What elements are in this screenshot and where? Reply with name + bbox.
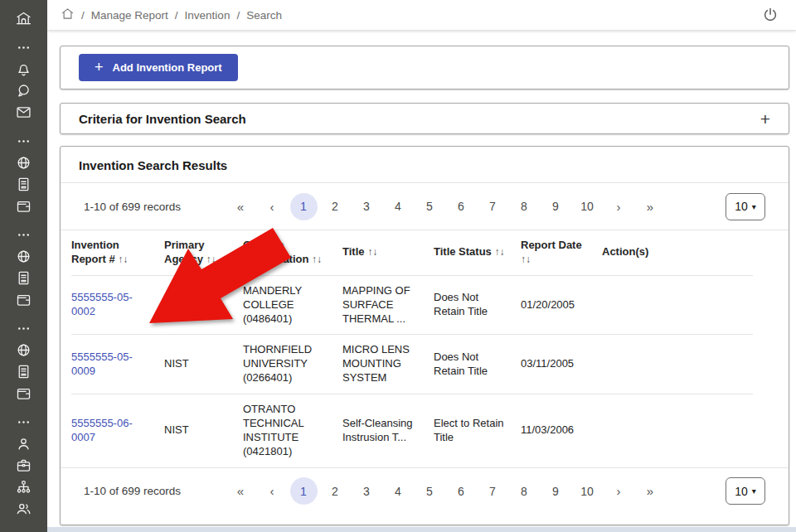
add-invention-report-button[interactable]: + Add Invention Report [79,54,238,81]
sidebar-item[interactable] [0,433,47,454]
breadcrumb-item[interactable]: Search [246,9,282,22]
page-number-button[interactable]: 6 [448,193,475,220]
people-icon [15,500,32,517]
records-summary: 1-10 of 699 records [84,485,225,497]
title-status-cell: Does Not Retain Title [434,275,521,335]
column-header[interactable]: Report Date ↑↓ [521,230,602,275]
sidebar-item[interactable] [0,339,47,360]
prev-page-button[interactable]: ‹ [259,477,286,505]
criteria-panel[interactable]: Criteria for Invention Search + [60,103,789,134]
ellipsis-icon [15,226,32,244]
sidebar-item[interactable] [0,245,47,267]
page-number-button[interactable]: 6 [448,477,475,505]
page-size-select[interactable]: 10 ▾ [726,193,765,220]
report-date-cell: 01/20/2005 [521,275,602,335]
sidebar-item[interactable] [0,360,47,382]
first-page-button[interactable]: « [227,477,255,505]
sidebar-item[interactable] [0,476,47,497]
column-header[interactable]: Title Status ↑↓ [434,230,521,275]
page-number-button[interactable]: 9 [542,193,570,220]
document-icon [15,363,32,380]
page-number-button[interactable]: 10 [574,193,601,220]
invention-report-cell: 5555555-06-0007 [71,394,164,467]
title-status-cell: Elect to Retain Title [434,394,521,467]
add-button-label: Add Invention Report [113,61,222,74]
page-number-button[interactable]: 7 [479,193,507,220]
briefcase-icon [15,457,32,474]
sidebar-item[interactable] [0,152,47,173]
sidebar-item[interactable] [0,36,47,58]
sidebar-item[interactable] [0,173,47,195]
grantee-organization-cell: THORNFIELD UNIVERSITY (0266401) [243,335,342,394]
sidebar-item[interactable] [0,317,47,339]
prev-page-button[interactable]: ‹ [259,193,286,220]
page-number-button[interactable]: 4 [385,477,412,505]
page-number-button[interactable]: 10 [574,477,601,505]
home-icon[interactable] [61,7,75,23]
sidebar-item[interactable] [0,224,47,245]
page-number-button[interactable]: 9 [542,477,570,505]
sidebar-item[interactable] [0,382,47,404]
grantee-organization-cell: OTRANTO TECHNICAL INSTITUTE (0421801) [243,394,342,467]
page-number-button[interactable]: 5 [416,477,444,505]
breadcrumb-separator: / [175,9,178,22]
sidebar-item[interactable] [0,497,47,519]
first-page-button[interactable]: « [227,193,255,220]
globe-icon [15,154,32,172]
page-number-button[interactable]: 2 [322,477,349,505]
sort-icon[interactable]: ↑↓ [494,246,504,258]
invention-report-link[interactable]: 5555555-05-0002 [71,291,133,317]
sidebar-item[interactable] [0,130,47,152]
page-number-button[interactable]: 7 [479,477,507,505]
expand-plus-icon[interactable]: + [760,110,770,128]
sidebar-item[interactable] [0,411,47,433]
sidebar-item[interactable] [0,80,47,101]
sort-icon[interactable]: ↑↓ [367,246,377,258]
page-number-button[interactable]: 1 [290,477,318,505]
pagination-bottom: 1-10 of 699 records « ‹ 12345678910 › » … [61,468,789,515]
sort-icon[interactable]: ↑↓ [206,254,216,265]
page-number-button[interactable]: 1 [290,193,318,220]
invention-report-link[interactable]: 5555555-06-0007 [71,417,133,443]
page-size-select[interactable]: 10 ▾ [726,477,765,505]
column-header[interactable]: Invention Report # ↑↓ [71,230,164,275]
invention-report-link[interactable]: 5555555-05-0009 [71,351,133,377]
column-header[interactable]: Title ↑↓ [342,230,434,275]
column-header[interactable]: Grantee Organization ↑↓ [243,230,342,275]
page-number-button[interactable]: 8 [511,477,538,505]
primary-agency-cell: NIST [164,275,243,335]
page-number-button[interactable]: 3 [353,193,381,220]
bank-icon [15,10,32,27]
page-size-value: 10 [735,485,748,498]
chat-icon [15,82,32,99]
sidebar-item[interactable] [0,288,47,310]
app-window: / Manage Report / Invention / Search + A… [0,0,796,532]
sort-icon[interactable]: ↑↓ [118,254,128,265]
breadcrumb-item[interactable]: Invention [185,9,231,22]
column-header[interactable]: Action(s) ↑↓ [602,230,753,275]
page-number-button[interactable]: 3 [353,477,381,505]
sidebar-item[interactable] [0,267,47,288]
sidebar-item[interactable] [0,454,47,476]
power-icon[interactable] [758,2,783,27]
last-page-button[interactable]: » [637,193,664,220]
globe-icon [15,248,32,265]
next-page-button[interactable]: › [605,193,633,220]
column-header[interactable]: Primary Agency ↑↓ [164,230,243,275]
sort-icon[interactable]: ↑↓ [521,254,531,265]
last-page-button[interactable]: » [637,477,664,505]
ellipsis-icon [15,133,32,150]
page-number-button[interactable]: 4 [385,193,412,220]
sidebar-item[interactable] [0,195,47,216]
page-number-button[interactable]: 8 [511,193,538,220]
sort-icon[interactable]: ↑↓ [312,254,322,265]
criteria-panel-title: Criteria for Invention Search [79,112,246,126]
page-number-button[interactable]: 2 [322,193,349,220]
breadcrumb-item[interactable]: Manage Report [91,9,168,22]
sidebar-item[interactable] [0,58,47,80]
page-number-button[interactable]: 5 [416,193,444,220]
table-row: 5555555-05-0002 NIST MANDERLY COLLEGE (0… [71,275,753,335]
sidebar-item[interactable] [0,101,47,123]
next-page-button[interactable]: › [605,477,633,505]
sidebar-item[interactable] [0,7,47,29]
